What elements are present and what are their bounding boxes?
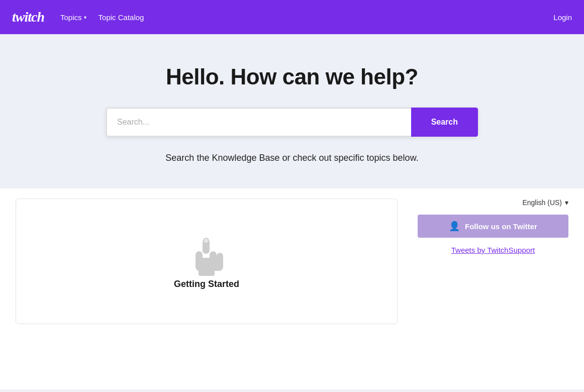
twitch-logo[interactable]: twitch [12,9,44,25]
site-header: twitch Topics ▾ Topic Catalog Login [0,0,584,34]
left-column: Getting Started [16,199,398,324]
login-button[interactable]: Login [553,13,572,22]
topics-label: Topics [60,13,82,22]
language-chevron-icon: ▾ [565,199,568,207]
topic-catalog-label: Topic Catalog [99,13,144,22]
main-content: Getting Started English (US) ▾ 👤 Follow … [0,188,584,389]
hero-title: Hello. How can we help? [10,64,574,89]
svg-rect-5 [199,268,215,276]
twitter-follow-button[interactable]: 👤 Follow us on Twitter [418,215,568,238]
nav-topic-catalog[interactable]: Topic Catalog [99,13,144,22]
language-label: English (US) [522,199,562,207]
card-title: Getting Started [174,279,239,289]
main-nav: Topics ▾ Topic Catalog [60,13,553,22]
twitter-person-icon: 👤 [449,221,460,232]
content-layout: Getting Started English (US) ▾ 👤 Follow … [16,199,568,324]
nav-topics[interactable]: Topics ▾ [60,13,86,22]
hero-subtitle: Search the Knowledge Base or check out s… [10,153,574,163]
hero-section: Hello. How can we help? Search Search th… [0,34,584,188]
twitter-follow-label: Follow us on Twitter [465,222,537,231]
chevron-down-icon: ▾ [84,15,86,20]
hand-touch-icon [186,234,227,279]
tweets-by-link[interactable]: Tweets by TwitchSupport [418,246,568,254]
search-button[interactable]: Search [411,108,478,137]
search-input[interactable] [106,108,411,137]
getting-started-card[interactable]: Getting Started [16,199,398,324]
svg-point-6 [204,238,209,243]
language-selector[interactable]: English (US) ▾ [418,199,568,207]
search-bar: Search [106,108,478,137]
right-column: English (US) ▾ 👤 Follow us on Twitter Tw… [418,199,568,324]
